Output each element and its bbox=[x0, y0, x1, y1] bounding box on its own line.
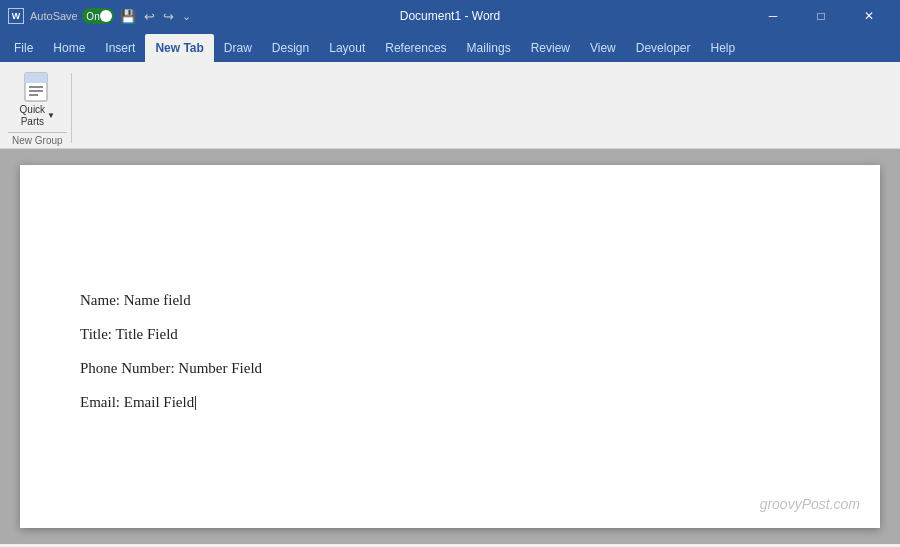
text-cursor bbox=[195, 396, 196, 410]
quick-parts-svg bbox=[22, 72, 52, 104]
tab-insert[interactable]: Insert bbox=[95, 34, 145, 62]
document-area: Name: Name field Title: Title Field Phon… bbox=[0, 149, 900, 544]
tab-review[interactable]: Review bbox=[521, 34, 580, 62]
title-bar-left: W AutoSave On 💾 ↩ ↪ ⌄ bbox=[8, 8, 191, 24]
autosave-state: On bbox=[86, 11, 99, 22]
tab-design[interactable]: Design bbox=[262, 34, 319, 62]
title-bar: W AutoSave On 💾 ↩ ↪ ⌄ Document1 - Word ─… bbox=[0, 0, 900, 32]
document-page[interactable]: Name: Name field Title: Title Field Phon… bbox=[20, 165, 880, 528]
tab-newtab[interactable]: New Tab bbox=[145, 34, 213, 62]
toggle-knob bbox=[100, 10, 112, 22]
doc-line-2: Title: Title Field bbox=[80, 319, 820, 349]
doc-line-1: Name: Name field bbox=[80, 285, 820, 315]
watermark: groovyPost.com bbox=[760, 496, 860, 512]
ribbon-tabs: File Home Insert New Tab Draw Design Lay… bbox=[0, 32, 900, 62]
save-icon[interactable]: 💾 bbox=[120, 9, 136, 24]
tab-help[interactable]: Help bbox=[700, 34, 745, 62]
undo-icon[interactable]: ↩ bbox=[144, 9, 155, 24]
word-icon: W bbox=[8, 8, 24, 24]
document-content: Name: Name field Title: Title Field Phon… bbox=[80, 205, 820, 417]
window-title: Document1 - Word bbox=[400, 9, 500, 23]
tab-view[interactable]: View bbox=[580, 34, 626, 62]
quick-parts-icon bbox=[21, 72, 53, 104]
ribbon-separator bbox=[71, 73, 72, 143]
close-button[interactable]: ✕ bbox=[846, 0, 892, 32]
tab-home[interactable]: Home bbox=[43, 34, 95, 62]
new-group-label: New Group bbox=[8, 132, 67, 150]
quick-parts-label: Quick Parts ▼ bbox=[20, 104, 55, 128]
tab-mailings[interactable]: Mailings bbox=[457, 34, 521, 62]
autosave-label: AutoSave bbox=[30, 10, 78, 22]
redo-icon[interactable]: ↪ bbox=[163, 9, 174, 24]
quick-parts-dropdown-icon: ▼ bbox=[47, 111, 55, 121]
quick-access-toolbar: 💾 ↩ ↪ ⌄ bbox=[120, 9, 191, 24]
window-controls: ─ □ ✕ bbox=[750, 0, 892, 32]
new-group-container: Quick Parts ▼ New Group bbox=[8, 68, 67, 148]
tab-layout[interactable]: Layout bbox=[319, 34, 375, 62]
autosave-toggle[interactable]: On bbox=[82, 8, 114, 24]
maximize-button[interactable]: □ bbox=[798, 0, 844, 32]
tab-developer[interactable]: Developer bbox=[626, 34, 701, 62]
quick-parts-button[interactable]: Quick Parts ▼ bbox=[8, 68, 67, 132]
svg-rect-1 bbox=[25, 73, 47, 83]
autosave-area: AutoSave On bbox=[30, 8, 114, 24]
tab-file[interactable]: File bbox=[4, 34, 43, 62]
ribbon-content: Quick Parts ▼ New Group bbox=[0, 62, 900, 149]
tab-references[interactable]: References bbox=[375, 34, 456, 62]
minimize-button[interactable]: ─ bbox=[750, 0, 796, 32]
doc-line-4: Email: Email Field bbox=[80, 387, 820, 417]
tab-draw[interactable]: Draw bbox=[214, 34, 262, 62]
customize-icon[interactable]: ⌄ bbox=[182, 10, 191, 23]
doc-line-3: Phone Number: Number Field bbox=[80, 353, 820, 383]
